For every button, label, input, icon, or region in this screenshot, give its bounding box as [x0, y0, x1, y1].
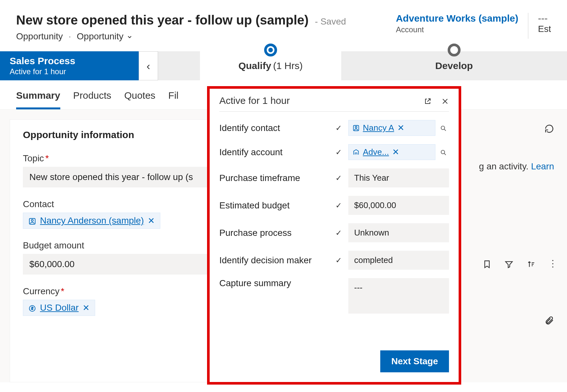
clear-contact-button[interactable]: ✕ [148, 216, 155, 226]
flyout-row-identify-account: Identify account ✓ Adve... ✕ [219, 144, 449, 160]
attachment-icon[interactable] [544, 313, 554, 326]
flyout-row-identify-decision-maker: Identify decision maker ✓ completed [219, 251, 449, 270]
row-label: Capture summary [219, 278, 329, 288]
collapse-process-button[interactable]: ‹ [139, 51, 158, 80]
search-icon[interactable] [438, 124, 449, 133]
check-icon: ✓ [332, 228, 345, 237]
form-selector[interactable]: Opportunity [77, 31, 133, 41]
flyout-header: Active for 1 hour [219, 95, 449, 112]
stage-indicator-future-icon [448, 44, 461, 56]
svg-point-5 [441, 126, 445, 130]
activity-hint: g an activity. Learn [479, 161, 554, 172]
stage-label: Qualify [238, 60, 271, 71]
row-label: Purchase timeframe [219, 173, 329, 183]
flyout-row-capture-summary: Capture summary --- [219, 278, 449, 314]
lookup-link[interactable]: Adve... [363, 147, 389, 157]
row-value[interactable]: Nancy A ✕ [348, 120, 449, 136]
separator-dot: · [69, 31, 71, 41]
tab-products[interactable]: Products [73, 90, 111, 109]
required-marker-icon: * [61, 286, 65, 296]
est-block: --- Est [538, 13, 551, 34]
row-label: Estimated budget [219, 200, 329, 211]
tab-files-truncated[interactable]: Fil [168, 90, 179, 109]
est-value: --- [538, 13, 551, 24]
vertical-divider [528, 13, 528, 39]
flyout-header-icons [424, 96, 449, 106]
refresh-icon[interactable] [544, 123, 554, 134]
stage-develop[interactable]: Develop [341, 51, 567, 80]
check-icon: ✓ [332, 124, 345, 133]
stage-hours: (1 Hrs) [273, 60, 303, 71]
flyout-row-estimated-budget: Estimated budget ✓ $60,000.00 [219, 196, 449, 215]
process-duration: Active for 1 hour [10, 67, 129, 76]
flyout-row-purchase-timeframe: Purchase timeframe ✓ This Year [219, 168, 449, 187]
svg-point-4 [355, 126, 357, 128]
next-stage-button[interactable]: Next Stage [380, 350, 449, 372]
clear-lookup-button[interactable]: ✕ [397, 123, 404, 133]
svg-point-6 [441, 150, 445, 154]
sort-icon[interactable] [526, 258, 535, 269]
entity-row: Opportunity · Opportunity [16, 31, 396, 42]
page-title: New store opened this year - follow up (… [16, 13, 309, 27]
chevron-left-icon: ‹ [146, 60, 150, 72]
learn-link[interactable]: Learn [531, 161, 554, 171]
stage-label: Develop [435, 60, 473, 71]
row-label: Identify contact [219, 123, 329, 133]
contact-icon [28, 216, 36, 225]
stage-qualify[interactable]: Qualify (1 Hrs) [200, 51, 341, 80]
search-icon[interactable] [438, 148, 449, 157]
tab-quotes[interactable]: Quotes [124, 90, 155, 109]
tab-summary[interactable]: Summary [16, 90, 60, 109]
check-icon: ✓ [332, 174, 345, 183]
contact-lookup-chip[interactable]: Nancy Anderson (sample) ✕ [23, 213, 160, 229]
close-icon[interactable] [441, 96, 449, 106]
account-block: Adventure Works (sample) Account [396, 13, 518, 34]
entity-type: Opportunity [16, 31, 63, 41]
stage-flyout: Active for 1 hour Identify contact ✓ Nan… [207, 86, 461, 385]
row-label: Identify account [219, 147, 329, 157]
currency-lookup-chip[interactable]: US Dollar ✕ [23, 300, 95, 316]
currency-link[interactable]: US Dollar [40, 303, 79, 313]
popout-icon[interactable] [424, 96, 432, 106]
process-name: Sales Process [10, 55, 129, 66]
bookmark-icon[interactable] [482, 258, 492, 269]
row-value[interactable]: $60,000.00 [348, 196, 449, 215]
row-value[interactable]: --- [348, 278, 449, 314]
check-icon: ✓ [332, 256, 345, 265]
lookup-link[interactable]: Nancy A [363, 123, 394, 133]
row-value[interactable]: Adve... ✕ [348, 144, 449, 160]
row-value[interactable]: This Year [348, 168, 449, 187]
account-field-label: Account [396, 25, 518, 34]
filter-icon[interactable] [504, 258, 513, 269]
row-value[interactable]: completed [348, 251, 449, 270]
account-icon [353, 149, 360, 156]
currency-icon [28, 303, 36, 312]
est-label: Est [538, 24, 551, 34]
more-icon[interactable]: ⋮ [548, 259, 557, 268]
row-label: Identify decision maker [219, 255, 329, 266]
required-marker-icon: * [45, 153, 49, 163]
contact-icon [353, 125, 360, 132]
check-icon: ✓ [332, 148, 345, 157]
clear-currency-button[interactable]: ✕ [83, 303, 90, 313]
svg-point-1 [31, 219, 33, 221]
save-status: - Saved [315, 16, 346, 26]
flyout-rows: Identify contact ✓ Nancy A ✕ Identify ac… [219, 120, 449, 350]
row-label: Purchase process [219, 228, 329, 238]
record-header-left: New store opened this year - follow up (… [16, 13, 396, 42]
flyout-row-identify-contact: Identify contact ✓ Nancy A ✕ [219, 120, 449, 136]
clear-lookup-button[interactable]: ✕ [392, 147, 399, 157]
check-icon: ✓ [332, 201, 345, 210]
flyout-title: Active for 1 hour [219, 95, 290, 106]
record-header: New store opened this year - follow up (… [0, 0, 567, 48]
business-process-bar: Sales Process Active for 1 hour ‹ Qualif… [0, 51, 567, 80]
process-spacer [158, 51, 200, 80]
flyout-row-purchase-process: Purchase process ✓ Unknown [219, 223, 449, 242]
record-header-right: Adventure Works (sample) Account --- Est [396, 13, 551, 39]
process-name-block[interactable]: Sales Process Active for 1 hour [0, 51, 139, 80]
account-link[interactable]: Adventure Works (sample) [396, 13, 518, 24]
timeline-toolbar: ⋮ [482, 258, 557, 269]
contact-link[interactable]: Nancy Anderson (sample) [40, 216, 144, 226]
stage-indicator-current-icon [264, 44, 277, 56]
row-value[interactable]: Unknown [348, 223, 449, 242]
